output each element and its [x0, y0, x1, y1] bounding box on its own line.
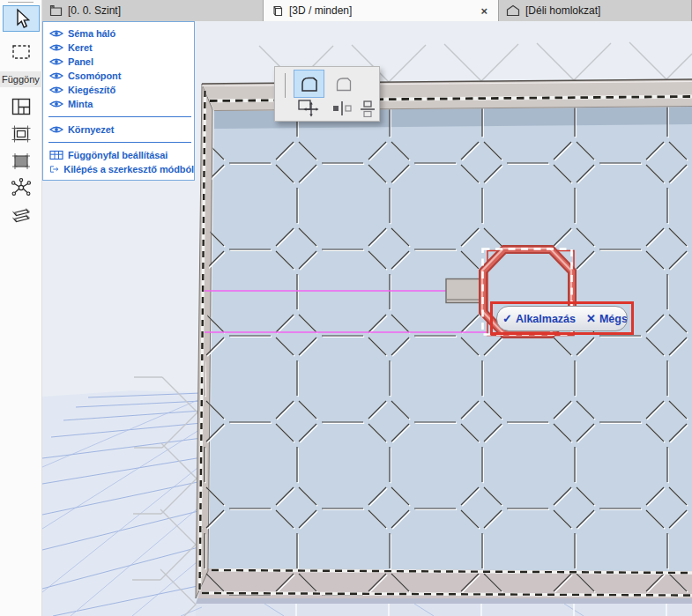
toolbar-divider [8, 2, 33, 3]
tab-elevation[interactable]: [Déli homlokzat] [499, 0, 692, 21]
distribute-icon [359, 100, 376, 117]
eye-icon [49, 124, 63, 135]
apply-label: Alkalmazás [516, 313, 576, 325]
panel-shape-alt-icon [333, 73, 354, 94]
tab-close-icon[interactable]: × [477, 4, 491, 18]
application-window: [0. 0. Szint] [3D / minden] × [Déli homl… [0, 0, 692, 616]
tab-label: [0. 0. Szint] [68, 4, 121, 17]
panel-icon [10, 150, 33, 173]
ground-strip [196, 604, 692, 616]
menu-item-accessory[interactable]: Kiegészítő [43, 83, 194, 97]
eye-icon [49, 85, 63, 95]
marquee-icon [10, 41, 33, 63]
eye-icon [49, 56, 63, 67]
octagon-mullion-pattern [198, 107, 692, 596]
menu-item-label: Kilépés a szerkesztő módból [63, 164, 194, 174]
menu-item-label: Kiegészítő [68, 85, 115, 95]
mirror-button[interactable] [329, 99, 355, 118]
frame-tool-button[interactable] [3, 121, 40, 147]
accessory-icon [10, 204, 33, 227]
tool-sidebar: Függöny [0, 0, 42, 616]
menu-item-label: Séma háló [68, 28, 115, 39]
menu-item-frame[interactable]: Keret [43, 41, 194, 55]
exit-icon [49, 164, 59, 174]
accessory-tool-button[interactable] [3, 203, 40, 229]
menu-item-junction[interactable]: Csomópont [43, 69, 194, 83]
edit-mode-menu: Séma háló Keret Panel Csomópont Kiegészí… [42, 21, 195, 181]
tab-label: [Déli homlokzat] [525, 4, 600, 17]
eye-icon [49, 42, 63, 53]
cancel-button[interactable]: ✕ Mégse [581, 307, 628, 330]
eye-icon [49, 28, 63, 39]
cross-icon: ✕ [586, 312, 596, 325]
panel-shape-button-selected[interactable] [294, 70, 324, 98]
marquee-tool-button[interactable] [3, 39, 40, 65]
menu-item-label: Csomópont [68, 71, 121, 81]
move-button[interactable] [294, 98, 323, 119]
story-tab-icon [49, 4, 63, 17]
tab-label: [3D / minden] [289, 4, 352, 17]
scheme-grid-icon [10, 95, 33, 118]
pet-palette [274, 66, 380, 122]
bottom-frame-shadow [196, 598, 692, 604]
distribute-button[interactable] [358, 99, 377, 118]
confirm-controls: ✓ Alkalmazás ✕ Mégse [490, 301, 634, 335]
menu-item-pattern[interactable]: Minta [43, 97, 194, 111]
arrow-tool-button[interactable] [3, 5, 40, 32]
menu-item-curtainwall-settings[interactable]: Függönyfal beállításai [43, 148, 194, 162]
tab-3d-view[interactable]: [3D / minden] × [264, 0, 499, 21]
view-tabbar: [0. 0. Szint] [3D / minden] × [Déli homl… [42, 0, 692, 21]
panel-tool-button[interactable] [3, 148, 40, 174]
mirror-icon [331, 100, 353, 117]
settings-grid-icon [49, 150, 63, 160]
confirm-pill: ✓ Alkalmazás ✕ Mégse [496, 306, 628, 331]
menu-item-environment[interactable]: Környezet [43, 122, 194, 137]
3d-view-tab-icon [271, 4, 284, 18]
frame-icon [10, 122, 33, 145]
menu-separator [48, 142, 191, 143]
curtain-wall[interactable] [196, 79, 692, 604]
scheme-grid-tool-button[interactable] [3, 93, 40, 120]
apply-button[interactable]: ✓ Alkalmazás [497, 307, 581, 330]
tab-floor-plan[interactable]: [0. 0. Szint] [42, 0, 264, 21]
panel-shape-icon [299, 73, 320, 94]
eye-icon [49, 71, 63, 81]
menu-item-label: Környezet [68, 124, 114, 135]
menu-item-exit-edit-mode[interactable]: Kilépés a szerkesztő módból [43, 162, 194, 176]
menu-separator [48, 116, 191, 117]
menu-item-label: Függönyfal beállításai [68, 150, 167, 160]
eye-icon [49, 99, 63, 109]
menu-item-label: Panel [68, 56, 93, 67]
menu-item-label: Keret [68, 42, 93, 53]
cancel-label: Mégse [599, 313, 628, 325]
menu-item-panel[interactable]: Panel [43, 55, 194, 69]
elevation-tab-icon [506, 4, 520, 17]
menu-item-label: Minta [68, 99, 93, 109]
toolbox-group-label: Függöny [0, 71, 42, 87]
move-icon [296, 99, 321, 118]
junction-icon [10, 177, 33, 200]
panel-shape-button-alt[interactable] [329, 71, 358, 97]
menu-item-scheme-grid[interactable]: Séma háló [43, 26, 194, 41]
check-icon: ✓ [502, 312, 512, 325]
palette-separator [285, 73, 286, 98]
frame-handle[interactable] [446, 279, 482, 303]
junction-tool-button[interactable] [3, 175, 40, 202]
arrow-cursor-icon [10, 7, 33, 30]
